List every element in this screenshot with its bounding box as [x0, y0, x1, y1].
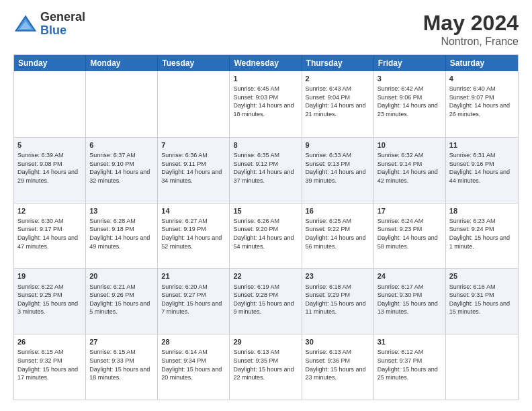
- day-number: 15: [233, 206, 298, 216]
- cell-info: Sunrise: 6:39 AM Sunset: 9:08 PM Dayligh…: [17, 151, 82, 185]
- cal-cell-w2-d2: 14Sunrise: 6:27 AM Sunset: 9:19 PM Dayli…: [158, 203, 230, 269]
- day-number: 3: [378, 74, 442, 83]
- cal-cell-w1-d5: 10Sunrise: 6:32 AM Sunset: 9:14 PM Dayli…: [374, 138, 446, 203]
- day-number: 11: [449, 140, 515, 150]
- cal-cell-w3-d2: 21Sunrise: 6:20 AM Sunset: 9:27 PM Dayli…: [158, 269, 230, 334]
- day-number: 23: [306, 271, 370, 281]
- page: General Blue May 2024 Nontron, France Su…: [0, 0, 532, 411]
- day-number: 27: [89, 337, 154, 347]
- calendar-body: 1Sunrise: 6:45 AM Sunset: 9:03 PM Daylig…: [14, 71, 518, 400]
- cell-info: Sunrise: 6:24 AM Sunset: 9:23 PM Dayligh…: [378, 217, 442, 250]
- calendar: Sunday Monday Tuesday Wednesday Thursday…: [13, 54, 519, 400]
- cal-cell-w4-d1: 27Sunrise: 6:15 AM Sunset: 9:33 PM Dayli…: [86, 334, 158, 400]
- day-number: 7: [161, 140, 226, 150]
- cell-info: Sunrise: 6:45 AM Sunset: 9:03 PM Dayligh…: [233, 85, 298, 118]
- cell-info: Sunrise: 6:17 AM Sunset: 9:30 PM Dayligh…: [378, 283, 442, 316]
- cell-info: Sunrise: 6:35 AM Sunset: 9:12 PM Dayligh…: [233, 151, 298, 185]
- cell-info: Sunrise: 6:27 AM Sunset: 9:19 PM Dayligh…: [161, 217, 226, 250]
- cal-cell-w4-d2: 28Sunrise: 6:14 AM Sunset: 9:34 PM Dayli…: [158, 334, 230, 400]
- calendar-header: Sunday Monday Tuesday Wednesday Thursday…: [14, 55, 518, 71]
- cal-cell-w4-d3: 29Sunrise: 6:13 AM Sunset: 9:35 PM Dayli…: [230, 334, 302, 400]
- cell-info: Sunrise: 6:23 AM Sunset: 9:24 PM Dayligh…: [449, 217, 515, 250]
- cal-cell-w0-d5: 3Sunrise: 6:42 AM Sunset: 9:06 PM Daylig…: [374, 71, 446, 137]
- day-number: 8: [233, 140, 298, 150]
- logo-blue-label: Blue: [40, 24, 85, 38]
- cal-cell-w0-d4: 2Sunrise: 6:43 AM Sunset: 9:04 PM Daylig…: [302, 71, 374, 137]
- cell-info: Sunrise: 6:13 AM Sunset: 9:36 PM Dayligh…: [306, 348, 370, 381]
- cell-info: Sunrise: 6:14 AM Sunset: 9:34 PM Dayligh…: [161, 348, 226, 381]
- cal-cell-w1-d6: 11Sunrise: 6:31 AM Sunset: 9:16 PM Dayli…: [446, 138, 518, 203]
- day-number: 12: [17, 206, 82, 216]
- calendar-row-5: 26Sunrise: 6:15 AM Sunset: 9:32 PM Dayli…: [14, 334, 518, 400]
- cal-cell-w2-d6: 18Sunrise: 6:23 AM Sunset: 9:24 PM Dayli…: [446, 203, 518, 269]
- title-block: May 2024 Nontron, France: [423, 11, 519, 48]
- month-year: May 2024: [423, 11, 519, 36]
- cal-cell-w3-d3: 22Sunrise: 6:19 AM Sunset: 9:28 PM Dayli…: [230, 269, 302, 334]
- cal-cell-w3-d4: 23Sunrise: 6:18 AM Sunset: 9:29 PM Dayli…: [302, 269, 374, 334]
- day-number: 29: [233, 337, 298, 347]
- day-number: 9: [306, 140, 370, 150]
- cell-info: Sunrise: 6:13 AM Sunset: 9:35 PM Dayligh…: [233, 348, 298, 381]
- day-number: 14: [161, 206, 226, 216]
- day-number: 24: [378, 271, 442, 281]
- day-number: 6: [89, 140, 154, 150]
- day-number: 16: [306, 206, 370, 216]
- cell-info: Sunrise: 6:25 AM Sunset: 9:22 PM Dayligh…: [306, 217, 370, 250]
- day-number: 18: [449, 206, 515, 216]
- logo-text: General Blue: [40, 11, 85, 38]
- cell-info: Sunrise: 6:16 AM Sunset: 9:31 PM Dayligh…: [449, 283, 515, 316]
- day-number: 25: [449, 271, 515, 281]
- day-number: 13: [89, 206, 154, 216]
- cal-cell-w2-d3: 15Sunrise: 6:26 AM Sunset: 9:20 PM Dayli…: [230, 203, 302, 269]
- calendar-row-3: 12Sunrise: 6:30 AM Sunset: 9:17 PM Dayli…: [14, 203, 518, 269]
- cell-info: Sunrise: 6:36 AM Sunset: 9:11 PM Dayligh…: [161, 151, 226, 185]
- day-number: 10: [378, 140, 442, 150]
- cal-cell-w3-d6: 25Sunrise: 6:16 AM Sunset: 9:31 PM Dayli…: [446, 269, 518, 334]
- logo: General Blue: [13, 11, 85, 38]
- cal-cell-w0-d0: [14, 71, 86, 137]
- location: Nontron, France: [423, 36, 519, 48]
- header-tuesday: Tuesday: [158, 55, 230, 71]
- cell-info: Sunrise: 6:18 AM Sunset: 9:29 PM Dayligh…: [306, 283, 370, 316]
- cell-info: Sunrise: 6:15 AM Sunset: 9:32 PM Dayligh…: [17, 348, 82, 381]
- cal-cell-w1-d2: 7Sunrise: 6:36 AM Sunset: 9:11 PM Daylig…: [158, 138, 230, 203]
- calendar-row-4: 19Sunrise: 6:22 AM Sunset: 9:25 PM Dayli…: [14, 268, 518, 334]
- day-number: 28: [161, 337, 226, 347]
- day-number: 21: [161, 271, 226, 281]
- header-friday: Friday: [374, 55, 446, 71]
- calendar-row-2: 5Sunrise: 6:39 AM Sunset: 9:08 PM Daylig…: [14, 137, 518, 203]
- cell-info: Sunrise: 6:22 AM Sunset: 9:25 PM Dayligh…: [17, 283, 82, 316]
- cal-cell-w1-d0: 5Sunrise: 6:39 AM Sunset: 9:08 PM Daylig…: [14, 138, 86, 203]
- day-number: 31: [378, 337, 442, 347]
- cal-cell-w4-d6: [446, 334, 518, 400]
- day-number: 4: [449, 74, 515, 83]
- cal-cell-w0-d2: [158, 71, 230, 137]
- day-number: 19: [17, 271, 82, 281]
- cell-info: Sunrise: 6:42 AM Sunset: 9:06 PM Dayligh…: [378, 85, 442, 118]
- header: General Blue May 2024 Nontron, France: [13, 11, 519, 48]
- day-number: 30: [306, 337, 370, 347]
- cell-info: Sunrise: 6:33 AM Sunset: 9:13 PM Dayligh…: [306, 151, 370, 185]
- cell-info: Sunrise: 6:37 AM Sunset: 9:10 PM Dayligh…: [89, 151, 154, 185]
- cell-info: Sunrise: 6:40 AM Sunset: 9:07 PM Dayligh…: [449, 85, 515, 118]
- cal-cell-w0-d1: [86, 71, 158, 137]
- cal-cell-w3-d1: 20Sunrise: 6:21 AM Sunset: 9:26 PM Dayli…: [86, 269, 158, 334]
- logo-icon: [13, 12, 38, 36]
- day-number: 2: [306, 74, 370, 83]
- cal-cell-w4-d0: 26Sunrise: 6:15 AM Sunset: 9:32 PM Dayli…: [14, 334, 86, 400]
- cal-cell-w2-d5: 17Sunrise: 6:24 AM Sunset: 9:23 PM Dayli…: [374, 203, 446, 269]
- day-number: 26: [17, 337, 82, 347]
- header-thursday: Thursday: [302, 55, 374, 71]
- header-sunday: Sunday: [14, 55, 86, 71]
- cal-cell-w2-d4: 16Sunrise: 6:25 AM Sunset: 9:22 PM Dayli…: [302, 203, 374, 269]
- cell-info: Sunrise: 6:30 AM Sunset: 9:17 PM Dayligh…: [17, 217, 82, 250]
- day-number: 1: [233, 74, 298, 83]
- cell-info: Sunrise: 6:43 AM Sunset: 9:04 PM Dayligh…: [306, 85, 370, 118]
- cell-info: Sunrise: 6:26 AM Sunset: 9:20 PM Dayligh…: [233, 217, 298, 250]
- header-monday: Monday: [86, 55, 158, 71]
- cell-info: Sunrise: 6:21 AM Sunset: 9:26 PM Dayligh…: [89, 283, 154, 316]
- cal-cell-w2-d0: 12Sunrise: 6:30 AM Sunset: 9:17 PM Dayli…: [14, 203, 86, 269]
- cal-cell-w0-d6: 4Sunrise: 6:40 AM Sunset: 9:07 PM Daylig…: [446, 71, 518, 137]
- cell-info: Sunrise: 6:12 AM Sunset: 9:37 PM Dayligh…: [378, 348, 442, 381]
- cell-info: Sunrise: 6:20 AM Sunset: 9:27 PM Dayligh…: [161, 283, 226, 316]
